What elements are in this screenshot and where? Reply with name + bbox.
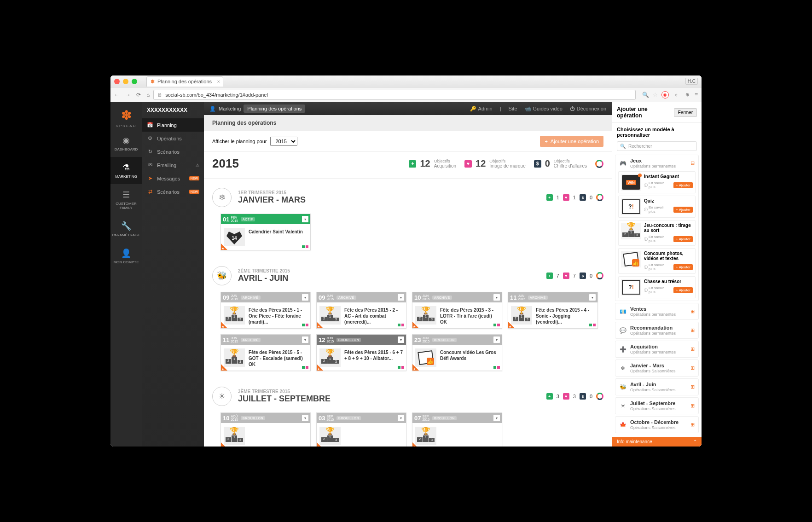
extension-icon[interactable]: ☼ (673, 91, 680, 99)
card-menu-button[interactable]: ▾ (302, 336, 308, 343)
guides-link[interactable]: 📹Guides vidéo (525, 106, 563, 112)
info-icon: ⓘ (644, 207, 648, 212)
reload-icon[interactable]: ⟳ (136, 92, 141, 98)
add-template-button[interactable]: + Ajouter (673, 264, 693, 270)
search-placeholder: Rechercher (628, 144, 652, 149)
operation-card[interactable]: 12 JUN2015 BROUILLON ▾ 🏆213 Fête des Pèr… (316, 334, 406, 371)
maximize-window[interactable] (132, 79, 137, 84)
profile-badge[interactable]: H.C (685, 78, 698, 85)
operation-card[interactable]: 10 AOÛ2015 BROUILLON ▾ 🏆213 (220, 412, 311, 447)
card-menu-button[interactable]: ▾ (493, 336, 500, 343)
card-menu-button[interactable]: ▾ (398, 336, 404, 343)
subnav-item-scénarios[interactable]: ↻Scénarios (142, 145, 204, 158)
menu-icon[interactable]: ≡ (695, 92, 698, 98)
card-menu-button[interactable]: ▾ (398, 415, 404, 421)
operation-card[interactable]: 23 JUN2015 BROUILLON ▾ 👍 Concours vidéo … (412, 334, 502, 371)
add-template-button[interactable]: + Ajouter (673, 287, 693, 293)
expand-icon[interactable]: ⊞ (690, 365, 695, 371)
rail-item-customer-family[interactable]: ☰CUSTOMER FAMILY (110, 184, 142, 215)
extension-globe-icon[interactable]: ⊕ (684, 91, 691, 99)
card-month-year: JUN2015 (518, 294, 525, 301)
quarter-icon: ☀ (212, 387, 232, 406)
rail-item-dashboard[interactable]: ◉DASHBOARD (110, 130, 142, 157)
template-list[interactable]: 🎮 JeuxOpérations permanentes ⊟ WIN Insta… (612, 155, 702, 437)
minimize-window[interactable] (123, 79, 128, 84)
rail-item-paramétrage[interactable]: 🔧PARAMÉTRAGE (110, 215, 142, 243)
card-menu-button[interactable]: ▾ (398, 294, 404, 301)
operation-card[interactable]: 11 JUN2015 ARCHIVÉ ▾ 🏆213 Fête des Pères… (220, 334, 311, 371)
card-menu-button[interactable]: ▾ (302, 216, 308, 222)
expand-icon[interactable]: ⊞ (690, 422, 695, 428)
card-menu-button[interactable]: ▾ (302, 294, 308, 301)
expand-icon[interactable]: ⊞ (690, 346, 695, 352)
category-header[interactable]: ➕ AcquisitionOpérations permanentes ⊞ (615, 341, 698, 357)
add-operation-button[interactable]: + Ajouter une opération (540, 136, 603, 147)
card-tags (302, 366, 308, 369)
card-month-year: JUN2015 (231, 336, 238, 343)
brand-logo[interactable]: ✽ SPREAD (114, 104, 139, 130)
learn-more-link[interactable]: ⓘ En savoir plus (644, 205, 672, 214)
subnav-item-planning[interactable]: 📅Planning (142, 118, 204, 132)
close-window[interactable] (114, 79, 120, 84)
site-link[interactable]: Site (509, 106, 517, 111)
operation-card[interactable]: 03 SEP2015 BROUILLON ▾ 🏆213 (316, 412, 406, 447)
category-header[interactable]: 🐝 Avril - JuinOpérations Saisonnières ⊞ (615, 379, 698, 395)
card-menu-button[interactable]: ▾ (589, 294, 596, 301)
rail-item-mon-compte[interactable]: 👤MON COMPTE (110, 243, 142, 270)
forward-icon[interactable]: → (125, 92, 131, 98)
close-tab-icon[interactable]: × (217, 79, 220, 84)
expand-icon[interactable]: ⊞ (690, 384, 695, 390)
subnav-item-emailing[interactable]: ✉Emailing⚠ (142, 158, 204, 172)
extension-ublock-icon[interactable]: ◉ (661, 91, 669, 99)
learn-more-link[interactable]: ⓘ En savoir plus (644, 235, 672, 243)
close-panel-button[interactable]: Fermer (674, 108, 697, 117)
admin-link[interactable]: 🔑Admin (470, 106, 493, 112)
category-header[interactable]: ❄ Janvier - MarsOpérations Saisonnières … (615, 360, 698, 376)
expand-icon[interactable]: ⊞ (690, 308, 695, 314)
url-input[interactable]: 🗎 social-sb.com/bo_434/marketing/1#add-p… (153, 90, 636, 100)
learn-more-link[interactable]: ⓘ En savoir plus (644, 263, 672, 271)
back-icon[interactable]: ← (114, 92, 120, 98)
learn-more-link[interactable]: ⓘ En savoir plus (644, 286, 672, 294)
browser-tab[interactable]: ✽ Planning des opérations × (146, 76, 223, 87)
operation-card[interactable]: 09 JUN2015 ARCHIVÉ ▾ 🏆213 Fête des Pères… (220, 292, 311, 329)
operation-card[interactable]: 09 JUN2015 ARCHIVÉ ▾ 🏆213 Fête des Pères… (316, 292, 406, 329)
logout-link[interactable]: ⏻Déconnexion (570, 106, 606, 111)
operation-card[interactable]: 01 FÉV2015 ACTIF ▾ 14 Calendrier Saint V… (220, 214, 311, 250)
main-scroll[interactable]: Planning des opérations Afficher le plan… (204, 115, 612, 447)
template-category: 💬 RecommandationOpérations permanentes ⊞ (615, 322, 699, 339)
home-icon[interactable]: ⌂ (146, 92, 150, 98)
card-menu-button[interactable]: ▾ (493, 415, 500, 421)
category-header[interactable]: 💶 VentesOpérations permanentes ⊞ (615, 303, 698, 319)
add-template-button[interactable]: + Ajouter (673, 182, 693, 188)
learn-more-link[interactable]: ⓘ En savoir plus (644, 181, 672, 189)
collapse-icon[interactable]: ⊟ (690, 160, 695, 166)
dollar-badge-icon: $ (580, 194, 586, 201)
template-search[interactable]: 🔍 Rechercher (617, 141, 697, 151)
add-template-button[interactable]: + Ajouter (673, 207, 693, 213)
card-menu-button[interactable]: ▾ (493, 294, 500, 301)
expand-icon[interactable]: ⊞ (690, 327, 695, 333)
operation-card[interactable]: 10 JUN2015 ARCHIVÉ ▾ 🏆213 Fête des Pères… (412, 292, 502, 329)
expand-icon[interactable]: ⊞ (690, 403, 695, 409)
category-header[interactable]: 🎮 JeuxOpérations permanentes ⊟ (615, 155, 698, 171)
category-header[interactable]: 💬 RecommandationOpérations permanentes ⊞ (615, 322, 698, 338)
add-template-button[interactable]: + Ajouter (673, 236, 693, 242)
subnav-item-scénarios[interactable]: ⇄ScénariosNEW (142, 185, 204, 198)
year-select[interactable]: 2015 (270, 137, 297, 146)
subnav-item-messages[interactable]: ➤MessagesNEW (142, 172, 204, 185)
info-maintenance-bar[interactable]: Info maintenance ⌃ (612, 437, 702, 447)
category-header[interactable]: ☀ Juillet - SeptembreOpérations Saisonni… (615, 398, 698, 414)
info-icon: ⓘ (644, 288, 648, 293)
breadcrumb-section[interactable]: Marketing (219, 106, 241, 111)
search-icon[interactable]: 🔍 (642, 92, 649, 98)
category-header[interactable]: 🍁 Octobre - DécembreOpérations Saisonniè… (615, 417, 698, 433)
operation-card[interactable]: 07 SEP2015 BROUILLON ▾ 🏆213 (412, 412, 502, 447)
star-icon[interactable]: ☆ (653, 92, 658, 98)
subnav-item-opérations[interactable]: ⚙Opérations (142, 132, 204, 145)
stat-label-top: Objectifs (489, 159, 525, 163)
rail-item-marketing[interactable]: ⚗MARKETING (110, 157, 142, 184)
category-title: Jeux (630, 158, 687, 163)
card-menu-button[interactable]: ▾ (302, 415, 308, 421)
operation-card[interactable]: 11 JUN2015 ARCHIVÉ ▾ 🏆213 Fête des Pères… (508, 292, 598, 329)
